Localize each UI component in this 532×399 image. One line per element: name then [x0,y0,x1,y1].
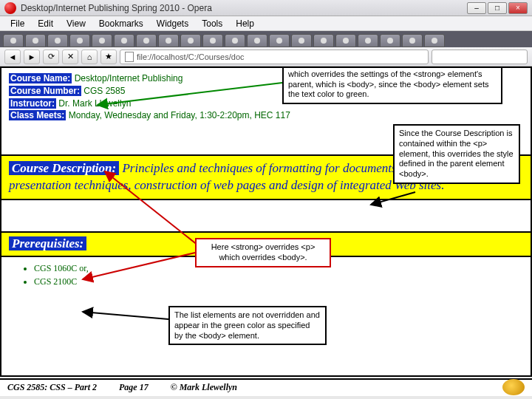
menu-bookmarks[interactable]: Bookmarks [93,17,149,30]
tab[interactable] [136,34,157,47]
tab[interactable] [225,34,245,47]
callout-list-green: The list elements are not overridden and… [168,306,327,345]
tab[interactable] [313,34,334,47]
statusbar [0,396,532,399]
list-item: CGS 2100C [34,275,516,288]
close-button[interactable]: × [508,2,528,14]
stop-button[interactable]: ✕ [62,50,78,64]
back-button[interactable]: ◄ [4,50,21,64]
menubar: File Edit View Bookmarks Widgets Tools H… [0,16,532,31]
tab[interactable] [402,34,423,47]
callout-strong-override: Here <strong> overrides <p> which overri… [195,238,331,267]
tabstrip [0,31,532,47]
footer-author: © Mark Llewellyn [171,382,237,393]
tab[interactable] [92,34,112,47]
tab[interactable] [114,34,134,47]
opera-icon [4,2,16,14]
window-controls: – □ × [467,2,528,14]
instructor-value: Dr. Mark Llewellyn [56,98,131,109]
course-description-label: Course Description: [9,161,119,175]
menu-tools[interactable]: Tools [196,17,228,30]
course-name-label: Course Name: [9,73,72,83]
address-bar[interactable]: file://localhost/C:/Courses/doc [120,50,429,64]
footer-page: Page 17 [119,382,149,393]
tab[interactable] [424,34,445,47]
tab[interactable] [158,34,179,47]
minimize-button[interactable]: – [467,2,486,14]
document-icon [125,52,134,62]
maximize-button[interactable]: □ [488,2,507,14]
tab[interactable] [335,34,356,47]
tab[interactable] [358,34,378,47]
tab[interactable] [291,34,312,47]
tab[interactable] [3,34,24,47]
prerequisites-label: Prerequisites: [9,236,86,250]
home-button[interactable]: ⌂ [81,50,98,64]
menu-help[interactable]: Help [230,17,260,30]
svg-line-4 [83,312,168,319]
class-meets-value: Monday, Wednesday and Friday, 1:30-2:20p… [66,110,290,120]
callout-p-override: Since the Course Description is containe… [393,124,520,184]
menu-edit[interactable]: Edit [32,17,59,30]
url-text: file://localhost/C:/Courses/doc [137,52,245,61]
tab[interactable] [202,34,223,47]
page-viewport: Course Name: Desktop/Internet Publishing… [0,66,532,377]
callout-strong-white: Notice that all text within the <strong>… [282,66,502,104]
tab[interactable] [269,34,290,47]
reload-button[interactable]: ⟳ [43,50,59,64]
navbar: ◄ ► ⟳ ✕ ⌂ ★ file://localhost/C:/Courses/… [0,47,532,66]
tab[interactable] [380,34,400,47]
wand-button[interactable]: ★ [100,50,117,64]
tab[interactable] [69,34,90,47]
footer-left: CGS 2585: CSS – Part 2 [7,382,97,393]
tab[interactable] [247,34,267,47]
menu-file[interactable]: File [4,17,30,30]
titlebar: Desktop/Internet Publishing Spring 2010 … [0,0,532,16]
tab[interactable] [25,34,46,47]
course-name-value: Desktop/Internet Publishing [72,73,183,83]
slide-footer: CGS 2585: CSS – Part 2 Page 17 © Mark Ll… [0,378,532,395]
course-number-value: CGS 2585 [81,86,125,96]
course-number-label: Course Number: [9,86,81,96]
menu-widgets[interactable]: Widgets [151,17,194,30]
ucf-logo-icon [502,379,525,395]
search-field[interactable] [432,50,528,64]
menu-view[interactable]: View [61,17,92,30]
window-title: Desktop/Internet Publishing Spring 2010 … [21,3,467,13]
tab[interactable] [47,34,68,47]
forward-button[interactable]: ► [24,50,40,64]
instructor-label: Instructor: [9,98,56,109]
class-meets-label: Class Meets: [9,110,66,120]
tab[interactable] [180,34,201,47]
